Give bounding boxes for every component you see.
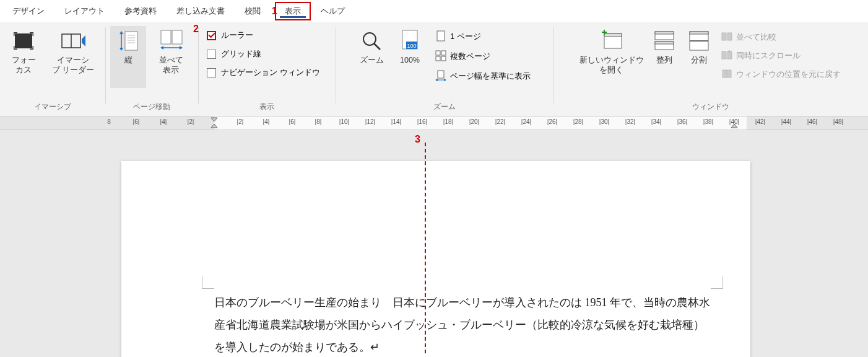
margin-corner-icon <box>711 276 723 289</box>
tab-layout[interactable]: レイアウト <box>54 2 115 20</box>
focus-label: フォー カス <box>12 56 36 75</box>
zoom-label: ズーム <box>360 56 384 66</box>
view-side-by-side-button: 並べて比較 <box>718 29 844 46</box>
split-button[interactable]: 分割 <box>683 26 715 88</box>
svg-rect-2 <box>14 32 15 36</box>
page-width-button[interactable]: ページ幅を基準に表示 <box>430 67 536 86</box>
annotation-3: 3 <box>415 134 420 145</box>
group-zoom: ズーム 100 100% 1 ページ 複数ページ ページ <box>336 22 553 116</box>
split-icon <box>687 29 711 53</box>
svg-rect-8 <box>33 46 34 50</box>
zoom-button[interactable]: ズーム <box>354 26 389 88</box>
multi-page-button[interactable]: 複数ページ <box>430 47 536 66</box>
margin-corner-icon <box>202 276 214 289</box>
svg-marker-37 <box>444 79 446 81</box>
hundred-percent-button[interactable]: 100 100% <box>392 26 428 88</box>
ribbon-tabs: デザイン レイアウト 参考資料 差し込み文書 校閲 1 表示 ヘルプ <box>0 0 868 22</box>
ruler-checkbox[interactable]: ルーラー <box>202 26 325 45</box>
annotation-1: 1 <box>272 6 277 17</box>
new-window-icon <box>599 29 624 53</box>
document-body-text[interactable]: 日本のブルーベリー生産の始まり 日本にブルーベリーが導入されたのは 1951 年… <box>214 291 711 357</box>
page: 日本のブルーベリー生産の始まり 日本にブルーベリーが導入されたのは 1951 年… <box>121 161 750 357</box>
svg-rect-30 <box>436 51 440 55</box>
focus-button[interactable]: フォー カス <box>4 26 43 88</box>
tab-help[interactable]: ヘルプ <box>311 2 355 20</box>
sidebyside-label: 並べて 表示 <box>159 56 183 75</box>
ribbon: フォー カス イマーシ ブ リーダー イマーシブ 縦 <box>0 22 868 117</box>
sidebyside-icon <box>158 29 183 53</box>
horizontal-ruler[interactable]: 8|6||4||2||2||4||6||8||10||12||14||16||1… <box>0 117 868 130</box>
one-page-button[interactable]: 1 ページ <box>430 27 536 46</box>
svg-rect-20 <box>172 30 182 44</box>
svg-rect-29 <box>437 31 445 41</box>
document-canvas[interactable]: 3 日本のブルーベリー生産の始まり 日本にブルーベリーが導入されたのは 1951… <box>0 130 868 357</box>
annotation-2: 2 <box>193 24 199 35</box>
svg-rect-32 <box>436 56 440 61</box>
page-width-icon <box>435 70 446 83</box>
group-show: 2 ルーラー グリッド線 ナビゲーション ウィンドウ 表示 <box>198 22 336 116</box>
compare-label: 並べて比較 <box>736 32 776 43</box>
svg-line-25 <box>374 43 380 50</box>
immersive-reader-button[interactable]: イマーシ ブ リーダー <box>45 26 101 88</box>
arrange-icon <box>652 29 677 53</box>
svg-rect-0 <box>15 33 32 48</box>
group-pagemove-label: ページ移動 <box>133 100 170 115</box>
svg-marker-58 <box>731 124 737 128</box>
one-page-label: 1 ページ <box>450 31 481 42</box>
group-zoom-label: ズーム <box>433 100 456 115</box>
svg-marker-23 <box>180 46 183 50</box>
vertical-page-icon <box>116 29 141 53</box>
tab-mailings[interactable]: 差し込み文書 <box>167 2 235 20</box>
svg-rect-11 <box>125 32 137 50</box>
svg-rect-6 <box>14 46 15 50</box>
sync-scroll-label: 同時にスクロール <box>736 50 801 61</box>
multi-page-icon <box>435 50 446 63</box>
page-width-label: ページ幅を基準に表示 <box>450 71 531 82</box>
arrange-label: 整列 <box>656 56 672 66</box>
immersive-reader-label: イマーシ ブ リーダー <box>52 56 94 75</box>
reset-window-pos-button: ウィンドウの位置を元に戻す <box>718 66 844 83</box>
svg-rect-31 <box>441 51 446 55</box>
checkbox-icon <box>207 68 216 77</box>
magnifier-icon <box>359 29 384 53</box>
checkbox-checked-icon <box>207 31 216 40</box>
one-page-icon <box>435 30 446 43</box>
ruler-label: ルーラー <box>221 30 253 41</box>
group-show-label: 表示 <box>259 100 274 115</box>
tab-design[interactable]: デザイン <box>2 2 54 20</box>
svg-rect-45 <box>655 42 674 44</box>
compare-icon <box>721 32 732 43</box>
sync-scroll-button: 同時にスクロール <box>718 47 844 64</box>
tab-review[interactable]: 校閲 <box>235 2 271 20</box>
vertical-button[interactable]: 縦 <box>110 26 146 88</box>
group-immersive-label: イマーシブ <box>34 100 71 115</box>
svg-marker-57 <box>211 124 217 128</box>
new-window-label: 新しいウィンドウ を開く <box>579 56 644 75</box>
focus-icon <box>11 29 36 53</box>
svg-rect-49 <box>722 33 726 40</box>
reset-pos-icon <box>721 69 732 81</box>
svg-rect-50 <box>727 33 732 40</box>
sidebyside-button[interactable]: 並べて 表示 <box>149 26 193 88</box>
svg-rect-52 <box>727 51 732 59</box>
tab-view[interactable]: 表示 <box>275 2 311 20</box>
svg-text:100: 100 <box>407 43 416 49</box>
svg-marker-17 <box>119 31 123 34</box>
tab-references[interactable]: 参考資料 <box>115 2 167 20</box>
book-speaker-icon <box>61 29 85 53</box>
annotation-guideline <box>425 143 426 353</box>
gridlines-checkbox[interactable]: グリッド線 <box>202 45 325 63</box>
checkbox-icon <box>207 50 216 59</box>
vertical-label: 縦 <box>124 56 132 66</box>
gridlines-label: グリッド線 <box>221 48 261 60</box>
new-window-button[interactable]: 新しいウィンドウ を開く <box>578 26 646 88</box>
arrange-all-button[interactable]: 整列 <box>648 26 680 88</box>
group-pagemove: 縦 並べて 表示 ページ移動 <box>105 22 198 116</box>
svg-rect-47 <box>690 32 708 34</box>
svg-marker-22 <box>160 46 163 50</box>
multi-page-label: 複数ページ <box>450 51 490 62</box>
navpane-label: ナビゲーション ウィンドウ <box>221 67 320 78</box>
navpane-checkbox[interactable]: ナビゲーション ウィンドウ <box>202 63 325 82</box>
split-label: 分割 <box>691 56 707 66</box>
svg-rect-19 <box>161 30 171 44</box>
